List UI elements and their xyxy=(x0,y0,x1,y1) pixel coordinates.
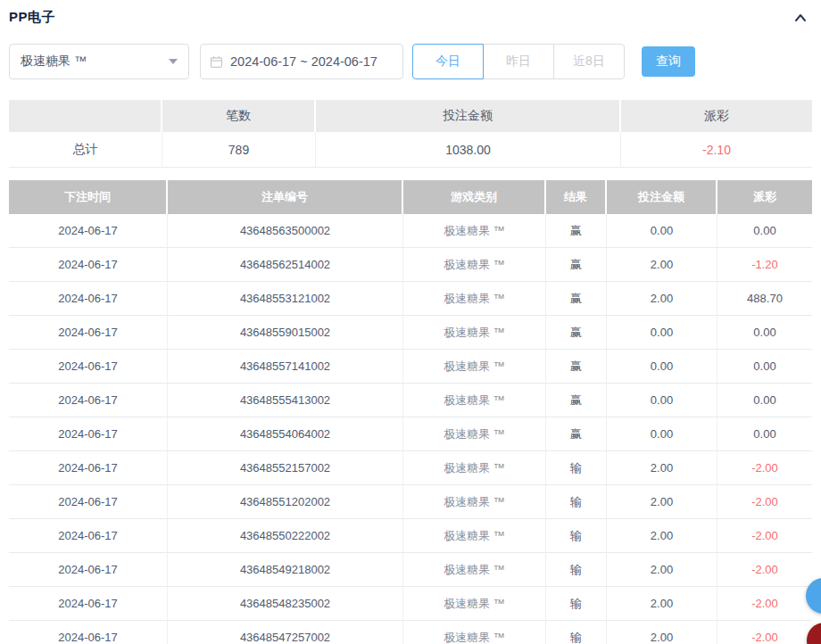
cell-payout: -2.00 xyxy=(717,587,812,621)
cell-bet-amount: 2.00 xyxy=(607,621,717,644)
records-header-cell: 投注金额 xyxy=(607,180,717,214)
cell-bet-amount: 2.00 xyxy=(607,485,717,519)
cell-bet-time: 2024-06-17 xyxy=(9,282,168,316)
cell-result: 赢 xyxy=(546,214,607,248)
cell-bet-amount: 2.00 xyxy=(607,451,717,485)
summary-header-row: 笔数投注金额派彩 xyxy=(9,100,812,132)
date-range-input[interactable]: 2024-06-17 ~ 2024-06-17 xyxy=(200,44,403,79)
cell-order-no: 43648562514002 xyxy=(168,248,403,282)
pp-dianzi-panel: PP电子 极速糖果 ™ 2024-06-17 ~ 2024-06-17 今日昨日… xyxy=(0,0,821,644)
cell-order-no: 43648552157002 xyxy=(168,451,403,485)
cell-payout: 0.00 xyxy=(717,214,812,248)
quick-filter-button-1[interactable]: 今日 xyxy=(412,44,484,79)
calendar-icon xyxy=(210,55,223,69)
cell-bet-amount: 2.00 xyxy=(607,587,717,621)
table-row: 2024-06-1743648550222002极速糖果 ™输2.00-2.00 xyxy=(9,519,812,553)
cell-game-type: 极速糖果 ™ xyxy=(403,417,546,451)
chevron-down-icon xyxy=(169,59,178,64)
cell-bet-time: 2024-06-17 xyxy=(9,621,168,644)
query-button[interactable]: 查询 xyxy=(642,46,695,77)
cell-bet-time: 2024-06-17 xyxy=(9,485,168,519)
table-row: 2024-06-1743648563500002极速糖果 ™赢0.000.00 xyxy=(9,214,812,248)
records-body: 2024-06-1743648563500002极速糖果 ™赢0.000.002… xyxy=(9,214,812,644)
cell-payout: -2.00 xyxy=(717,519,812,553)
cell-order-no: 43648563500002 xyxy=(168,214,403,248)
cell-payout: 0.00 xyxy=(717,384,812,417)
cell-result: 输 xyxy=(546,451,607,485)
cell-bet-amount: 2.00 xyxy=(607,248,717,282)
cell-order-no: 43648548235002 xyxy=(168,587,403,621)
cell-game-type: 极速糖果 ™ xyxy=(403,621,546,644)
records-header-cell: 注单编号 xyxy=(168,180,403,214)
collapse-button[interactable] xyxy=(789,10,812,26)
cell-bet-time: 2024-06-17 xyxy=(9,248,168,282)
cell-payout: 0.00 xyxy=(717,316,812,350)
records-header-row: 下注时间注单编号游戏类别结果投注金额派彩 xyxy=(9,180,812,214)
records-header-cell: 下注时间 xyxy=(9,180,168,214)
cell-bet-time: 2024-06-17 xyxy=(9,384,168,417)
cell-bet-time: 2024-06-17 xyxy=(9,553,168,587)
table-row: 2024-06-1743648562514002极速糖果 ™赢2.00-1.20 xyxy=(9,248,812,282)
table-row: 2024-06-1743648547257002极速糖果 ™输2.00-2.00 xyxy=(9,621,812,644)
filter-bar: 极速糖果 ™ 2024-06-17 ~ 2024-06-17 今日昨日近8日 查… xyxy=(9,44,812,79)
cell-result: 赢 xyxy=(546,384,607,417)
cell-game-type: 极速糖果 ™ xyxy=(403,214,546,248)
records-header-cell: 结果 xyxy=(546,180,607,214)
chevron-up-icon xyxy=(792,13,809,27)
cell-game-type: 极速糖果 ™ xyxy=(403,587,546,621)
summary-count-value: 789 xyxy=(162,132,316,168)
cell-bet-time: 2024-06-17 xyxy=(9,451,168,485)
quick-filter-group: 今日昨日近8日 xyxy=(412,44,625,79)
cell-result: 输 xyxy=(546,519,607,553)
quick-filter-button-2[interactable]: 昨日 xyxy=(483,44,554,79)
cell-order-no: 43648555413002 xyxy=(168,384,403,417)
cell-result: 赢 xyxy=(546,350,607,384)
cell-game-type: 极速糖果 ™ xyxy=(403,282,546,316)
cell-result: 赢 xyxy=(546,282,607,316)
summary-header-cell: 派彩 xyxy=(621,100,812,132)
cell-bet-time: 2024-06-17 xyxy=(9,316,168,350)
cell-game-type: 极速糖果 ™ xyxy=(403,485,546,519)
quick-filter-button-3[interactable]: 近8日 xyxy=(553,44,625,79)
cell-bet-time: 2024-06-17 xyxy=(9,519,168,553)
cell-payout: -2.00 xyxy=(717,451,812,485)
cell-bet-time: 2024-06-17 xyxy=(9,587,168,621)
table-row: 2024-06-1743648559015002极速糖果 ™赢0.000.00 xyxy=(9,316,812,350)
cell-payout: -2.00 xyxy=(717,553,812,587)
records-header-cell: 派彩 xyxy=(717,180,812,214)
summary-total-label: 总计 xyxy=(9,132,162,168)
cell-payout: -1.20 xyxy=(717,248,812,282)
cell-order-no: 43648559015002 xyxy=(168,316,403,350)
table-row: 2024-06-1743648552157002极速糖果 ™输2.00-2.00 xyxy=(9,451,812,485)
cell-game-type: 极速糖果 ™ xyxy=(403,553,546,587)
summary-header-cell: 投注金额 xyxy=(316,100,621,132)
cell-result: 赢 xyxy=(546,417,607,451)
cell-result: 赢 xyxy=(546,316,607,350)
summary-header-cell xyxy=(9,100,162,132)
table-row: 2024-06-1743648554064002极速糖果 ™赢0.000.00 xyxy=(9,417,812,451)
cell-result: 输 xyxy=(546,587,607,621)
cell-result: 输 xyxy=(546,621,607,644)
cell-payout: 0.00 xyxy=(717,350,812,384)
game-select-value: 极速糖果 ™ xyxy=(21,54,87,70)
cell-bet-amount: 0.00 xyxy=(607,350,717,384)
cell-payout: 488.70 xyxy=(717,282,812,316)
summary-header-cell: 笔数 xyxy=(162,100,316,132)
cell-bet-amount: 0.00 xyxy=(607,384,717,417)
cell-game-type: 极速糖果 ™ xyxy=(403,248,546,282)
game-select[interactable]: 极速糖果 ™ xyxy=(9,44,189,79)
cell-order-no: 43648557141002 xyxy=(168,350,403,384)
cell-bet-amount: 0.00 xyxy=(607,214,717,248)
cell-bet-amount: 2.00 xyxy=(607,553,717,587)
table-row: 2024-06-1743648557141002极速糖果 ™赢0.000.00 xyxy=(9,350,812,384)
table-row: 2024-06-1743648549218002极速糖果 ™输2.00-2.00 xyxy=(9,553,812,587)
cell-order-no: 43648550222002 xyxy=(168,519,403,553)
cell-bet-time: 2024-06-17 xyxy=(9,350,168,384)
cell-result: 赢 xyxy=(546,248,607,282)
table-row: 2024-06-1743648555413002极速糖果 ™赢0.000.00 xyxy=(9,384,812,417)
table-row: 2024-06-1743648553121002极速糖果 ™赢2.00488.7… xyxy=(9,282,812,316)
cell-game-type: 极速糖果 ™ xyxy=(403,451,546,485)
summary-table: 笔数投注金额派彩 总计 789 1038.00 -2.10 xyxy=(9,100,812,168)
panel-header: PP电子 xyxy=(9,7,812,26)
cell-payout: -2.00 xyxy=(717,621,812,644)
